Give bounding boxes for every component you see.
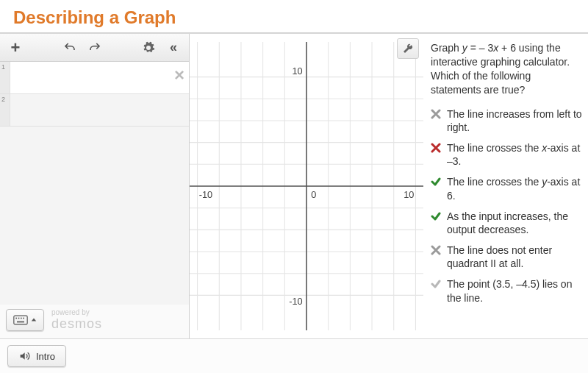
statement-6[interactable]: The point (3.5, –4.5) lies on the line. bbox=[431, 277, 584, 304]
desmos-logo: powered by desmos bbox=[51, 309, 102, 330]
expression-row-1[interactable]: 1 × bbox=[0, 62, 189, 94]
statement-text: As the input increases, the output decre… bbox=[447, 210, 584, 236]
statement-4[interactable]: As the input increases, the output decre… bbox=[431, 210, 584, 236]
statement-text: The line crosses the y-axis at 6. bbox=[447, 175, 584, 202]
check-icon bbox=[431, 175, 441, 190]
svg-rect-0 bbox=[14, 316, 27, 324]
statement-text: The point (3.5, –4.5) lies on the line. bbox=[447, 277, 584, 304]
statement-text: The line increases from left to right. bbox=[447, 107, 584, 134]
page-title: Describing a Graph bbox=[13, 7, 575, 28]
statement-3[interactable]: The line crosses the y-axis at 6. bbox=[431, 175, 584, 202]
svg-rect-2 bbox=[18, 318, 20, 319]
check-icon bbox=[431, 277, 441, 292]
x-icon bbox=[431, 244, 441, 258]
y-tick-pos10: 10 bbox=[293, 65, 303, 77]
svg-rect-4 bbox=[23, 318, 24, 319]
settings-button[interactable] bbox=[137, 38, 159, 58]
statement-2[interactable]: The line crosses the x-axis at –3. bbox=[431, 141, 584, 168]
expression-row-2[interactable]: 2 bbox=[0, 94, 189, 127]
statement-5[interactable]: The line does not enter quadrant II at a… bbox=[431, 244, 584, 270]
y-tick-neg10: -10 bbox=[289, 296, 302, 307]
svg-rect-5 bbox=[17, 322, 24, 323]
graph-settings-button[interactable] bbox=[397, 38, 419, 59]
intro-button[interactable]: Intro bbox=[7, 345, 66, 367]
check-icon bbox=[431, 210, 441, 224]
speaker-icon bbox=[18, 350, 30, 362]
collapse-panel-button[interactable]: « bbox=[162, 38, 184, 58]
svg-rect-3 bbox=[21, 318, 22, 319]
question-prompt: Graph y = – 3x + 6 using the interactive… bbox=[431, 41, 584, 97]
redo-button[interactable] bbox=[84, 38, 106, 58]
x-tick-neg10: -10 bbox=[199, 189, 212, 200]
intro-label: Intro bbox=[36, 351, 55, 362]
x-icon bbox=[431, 107, 441, 122]
row-number: 1 bbox=[0, 62, 10, 93]
keyboard-toggle-button[interactable] bbox=[6, 309, 44, 331]
undo-button[interactable] bbox=[59, 38, 81, 58]
question-panel: Graph y = – 3x + 6 using the interactive… bbox=[423, 34, 588, 338]
graph-area[interactable]: 10 -10 -10 10 0 bbox=[190, 34, 423, 338]
expression-toolbar: + « bbox=[0, 34, 189, 62]
statement-1[interactable]: The line increases from left to right. bbox=[431, 107, 584, 134]
x-tick-pos10: 10 bbox=[404, 189, 414, 200]
x-icon bbox=[431, 141, 441, 156]
coordinate-plane: 10 -10 -10 10 0 bbox=[190, 34, 423, 338]
delete-expression-button[interactable]: × bbox=[174, 66, 184, 84]
statement-text: The line crosses the x-axis at –3. bbox=[447, 141, 584, 168]
svg-rect-1 bbox=[15, 318, 17, 319]
expression-panel: + « 1 bbox=[0, 34, 190, 338]
row-number: 2 bbox=[0, 94, 10, 126]
statement-text: The line does not enter quadrant II at a… bbox=[447, 244, 584, 270]
add-expression-button[interactable]: + bbox=[4, 38, 26, 58]
origin-label: 0 bbox=[311, 189, 316, 200]
